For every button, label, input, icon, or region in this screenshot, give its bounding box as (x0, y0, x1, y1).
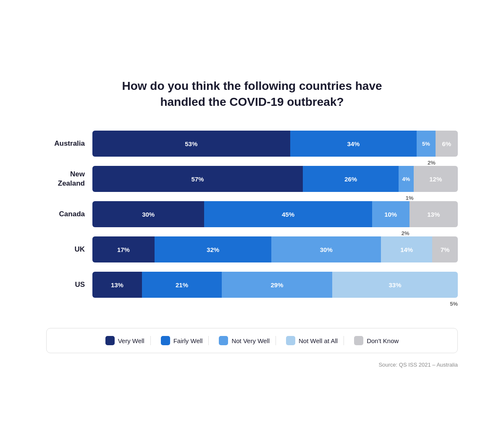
segment-label: 30% (142, 211, 155, 218)
bar-segment-fairly_well: 45% (204, 201, 372, 227)
bar-segment-dont_know: 7% (432, 236, 458, 262)
bar-row: UK17%32%30%14%7% (46, 236, 458, 262)
bar-track: 17%32%30%14%7% (92, 236, 458, 262)
bar-country-label: Canada (46, 210, 92, 219)
segment-label: 13% (111, 281, 123, 289)
legend-swatch (105, 336, 115, 345)
segment-label: 17% (117, 246, 130, 253)
bar-segment-fairly_well: 34% (290, 131, 417, 157)
segment-label: 12% (429, 176, 442, 183)
bar-segment-very_well: 13% (92, 272, 142, 298)
source-text: Source: QS ISS 2021 – Australia (46, 362, 458, 368)
segment-label: 30% (320, 246, 333, 253)
bar-segment-very_well: 30% (92, 201, 204, 227)
segment-label: 13% (427, 211, 440, 218)
extra-label: 2% (402, 230, 410, 236)
legend-item-not_well_all: Not Well at All (280, 336, 344, 345)
segment-label: 33% (388, 281, 401, 289)
segment-label: 21% (176, 281, 188, 289)
bar-country-label: Australia (46, 139, 92, 148)
segment-label: 14% (400, 246, 413, 253)
segment-label: 5% (422, 141, 430, 147)
bar-segment-very_well: 57% (92, 166, 303, 192)
segment-label: 45% (282, 211, 294, 218)
bar-country-label: US (46, 280, 92, 289)
legend-swatch (161, 336, 170, 345)
bar-segment-fairly_well: 26% (303, 166, 399, 192)
bar-segment-not_well_all: 14% (381, 236, 432, 262)
bar-segment-not_very_well: 30% (271, 236, 381, 262)
extra-label: 5% (450, 301, 458, 307)
bar-country-label: NewZealand (46, 170, 92, 188)
bar-segment-dont_know: 13% (410, 201, 458, 227)
chart-container: How do you think the following countries… (21, 61, 483, 385)
bar-segment-not_very_well: 10%2% (372, 201, 410, 227)
legend-label: Not Very Well (231, 337, 270, 344)
bar-segment-dont_know: 12% (414, 166, 458, 192)
bar-segment-fairly_well: 21% (142, 272, 222, 298)
legend-swatch (286, 336, 295, 345)
segment-label: 29% (271, 281, 284, 289)
bar-segment-dont_know: 6% (436, 131, 458, 157)
legend-label: Fairly Well (173, 337, 203, 344)
bar-row: US13%21%29%33%5% (46, 272, 458, 298)
bars-area: Australia53%34%5%2%6%NewZealand57%26%4%1… (46, 131, 458, 307)
legend-label: Not Well at All (299, 337, 338, 344)
bar-segment-not_very_well: 4%1% (399, 166, 413, 192)
chart-title: How do you think the following countries… (46, 78, 458, 110)
bar-segment-not_very_well: 29% (222, 272, 332, 298)
bar-track: 13%21%29%33%5% (92, 272, 458, 298)
segment-label: 4% (402, 176, 410, 182)
extra-label: 1% (406, 195, 414, 201)
bar-track: 53%34%5%2%6% (92, 131, 458, 157)
segment-label: 34% (347, 140, 360, 147)
legend-swatch (354, 336, 363, 345)
extra-label: 2% (428, 160, 436, 166)
bar-segment-very_well: 53% (92, 131, 290, 157)
legend-item-fairly_well: Fairly Well (155, 336, 209, 345)
segment-label: 7% (441, 246, 450, 253)
bar-row: Canada30%45%10%2%13% (46, 201, 458, 227)
bar-country-label: UK (46, 245, 92, 254)
legend-label: Don't Know (367, 337, 399, 344)
segment-label: 26% (344, 176, 357, 183)
legend-label: Very Well (118, 337, 144, 344)
bar-segment-not_well_all: 33%5% (332, 272, 458, 298)
legend-item-very_well: Very Well (100, 336, 151, 345)
bar-track: 30%45%10%2%13% (92, 201, 458, 227)
bar-track: 57%26%4%1%12% (92, 166, 458, 192)
legend-item-not_very_well: Not Very Well (213, 336, 276, 345)
bar-row: NewZealand57%26%4%1%12% (46, 166, 458, 192)
bar-row: Australia53%34%5%2%6% (46, 131, 458, 157)
bar-segment-not_very_well: 5%2% (417, 131, 435, 157)
segment-label: 57% (191, 176, 204, 183)
segment-label: 32% (207, 246, 219, 253)
bar-segment-very_well: 17% (92, 236, 155, 262)
segment-label: 10% (384, 211, 397, 218)
legend-item-dont_know: Don't Know (348, 336, 404, 345)
bar-segment-fairly_well: 32% (155, 236, 271, 262)
segment-label: 6% (442, 140, 451, 147)
segment-label: 53% (185, 140, 197, 147)
legend: Very WellFairly WellNot Very WellNot Wel… (46, 328, 458, 353)
legend-swatch (219, 336, 228, 345)
